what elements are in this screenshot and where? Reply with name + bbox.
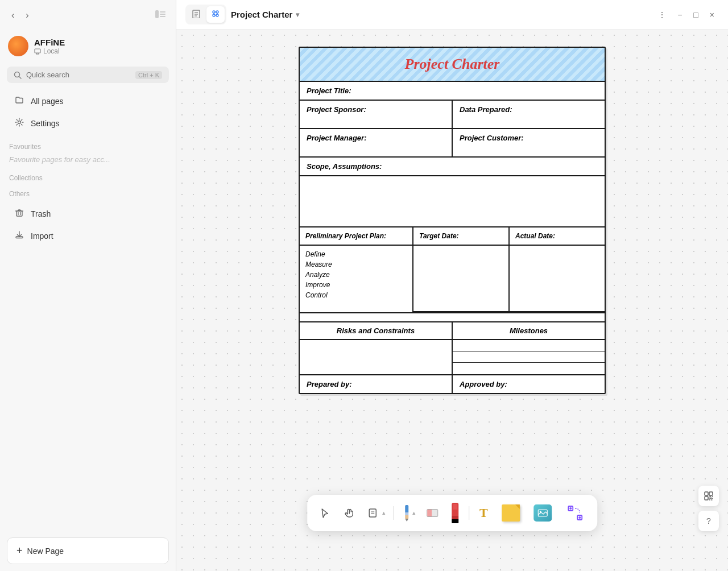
target-date-header: Target Date: bbox=[413, 227, 510, 245]
eraser-tool-button[interactable] bbox=[423, 506, 441, 520]
right-panel: ? bbox=[698, 486, 719, 531]
actual-dates-body bbox=[510, 246, 605, 311]
svg-point-37 bbox=[578, 516, 581, 519]
text-tool-button[interactable]: T bbox=[476, 503, 491, 523]
favourites-hint: Favourite pages for easy acc... bbox=[0, 153, 176, 168]
plan-item-measure: Measure bbox=[305, 260, 407, 268]
import-label: Import bbox=[31, 231, 53, 241]
charter-title: Project Charter bbox=[405, 56, 500, 72]
favourites-section-label: Favourites bbox=[0, 137, 176, 153]
svg-line-9 bbox=[19, 76, 22, 78]
more-options-button[interactable]: ⋮ bbox=[653, 7, 671, 23]
shape-tool-button[interactable] bbox=[530, 501, 555, 525]
plan-item-define: Define bbox=[305, 250, 407, 258]
svg-point-21 bbox=[213, 11, 215, 13]
collections-section-label: Collections bbox=[0, 168, 176, 184]
target-dates-body bbox=[413, 246, 510, 311]
help-button[interactable]: ? bbox=[698, 511, 719, 531]
svg-rect-1 bbox=[160, 11, 166, 13]
sidebar: ‹ › AFFiNE Local bbox=[0, 0, 176, 571]
select-tool-button[interactable] bbox=[316, 504, 333, 522]
brand-workspace: Local bbox=[34, 47, 65, 55]
pen-tool-expand-icon[interactable]: ▲ bbox=[411, 510, 416, 516]
svg-rect-29 bbox=[369, 509, 376, 517]
page-tool-expand-icon[interactable]: ▲ bbox=[381, 510, 386, 516]
risks-milestones-header: Risks and Constraints Milestones bbox=[300, 322, 605, 340]
all-pages-label: All pages bbox=[31, 97, 64, 106]
sidebar-footer: + New Page bbox=[0, 531, 176, 571]
svg-rect-40 bbox=[705, 496, 708, 500]
trash-label: Trash bbox=[31, 209, 51, 218]
folder-icon bbox=[14, 96, 25, 107]
plan-dates-section: Target Date: Actual Date: bbox=[413, 227, 605, 312]
settings-label: Settings bbox=[31, 119, 60, 128]
svg-rect-3 bbox=[160, 16, 166, 17]
minimize-button[interactable]: − bbox=[673, 7, 686, 23]
marker-tool-button[interactable] bbox=[448, 499, 462, 527]
risks-body bbox=[300, 340, 453, 374]
import-icon bbox=[14, 230, 25, 242]
plan-left-header: Preliminary Project Plan: bbox=[300, 227, 412, 246]
svg-point-36 bbox=[569, 507, 572, 510]
milestone-line-1 bbox=[453, 340, 605, 351]
canvas-area[interactable]: Project Charter Project Title: Project S… bbox=[176, 30, 728, 571]
title-chevron-icon: ▾ bbox=[296, 11, 299, 19]
sidebar-navigation: All pages Settings bbox=[0, 88, 176, 137]
search-input[interactable] bbox=[26, 71, 131, 79]
grid-add-button[interactable] bbox=[698, 486, 719, 506]
manager-row: Project Manager: Project Customer: bbox=[300, 129, 605, 158]
sidebar-item-trash[interactable]: Trash bbox=[5, 203, 171, 225]
brand-section[interactable]: AFFiNE Local bbox=[0, 30, 176, 62]
doc-view-tab[interactable] bbox=[187, 6, 205, 23]
titlebar-title[interactable]: Project Charter ▾ bbox=[231, 10, 299, 19]
maximize-button[interactable]: □ bbox=[689, 7, 702, 23]
page-tool-button[interactable] bbox=[364, 504, 381, 522]
close-button[interactable]: × bbox=[705, 7, 719, 23]
pen-tool-group: ▲ bbox=[400, 499, 416, 527]
nav-back-button[interactable]: ‹ bbox=[8, 9, 18, 22]
new-page-button[interactable]: + New Page bbox=[7, 537, 169, 564]
page-title-text: Project Charter bbox=[231, 10, 292, 19]
sticky-note-tool-button[interactable] bbox=[498, 501, 523, 525]
project-sponsor-cell: Project Sponsor: bbox=[300, 101, 453, 128]
sidebar-item-settings[interactable]: Settings bbox=[5, 113, 171, 134]
project-title-row: Project Title: bbox=[300, 82, 605, 101]
svg-point-24 bbox=[216, 14, 218, 16]
dates-body bbox=[413, 246, 605, 311]
toolbar-divider-2 bbox=[469, 506, 469, 520]
approved-by-cell: Approved by: bbox=[453, 375, 605, 393]
milestones-header-cell: Milestones bbox=[453, 322, 605, 339]
plan-item-improve: Improve bbox=[305, 281, 407, 289]
others-section-label: Others bbox=[0, 184, 176, 200]
project-customer-cell: Project Customer: bbox=[453, 129, 605, 156]
nav-forward-button[interactable]: › bbox=[22, 9, 32, 22]
plan-items-list: Define Measure Analyze Improve Control bbox=[300, 246, 412, 306]
risks-milestones-body bbox=[300, 340, 605, 375]
scope-header-row: Scope, Assumptions: bbox=[300, 158, 605, 176]
plan-item-control: Control bbox=[305, 291, 407, 299]
project-title-label: Project Title: bbox=[307, 86, 351, 95]
charter-header: Project Charter bbox=[300, 48, 605, 82]
sidebar-item-import[interactable]: Import bbox=[5, 225, 171, 247]
prepared-by-cell: Prepared by: bbox=[300, 375, 453, 393]
hand-tool-button[interactable] bbox=[340, 504, 357, 522]
page-tool-group: ▲ bbox=[364, 504, 386, 522]
spacer-row bbox=[300, 313, 605, 322]
plus-icon: + bbox=[16, 545, 23, 557]
plan-section: Preliminary Project Plan: Define Measure… bbox=[300, 227, 605, 313]
main-area: Project Charter ▾ ⋮ − □ × Project Charte… bbox=[176, 0, 728, 571]
svg-point-23 bbox=[213, 14, 215, 16]
svg-rect-0 bbox=[155, 10, 159, 18]
new-page-label: New Page bbox=[27, 547, 64, 556]
connector-tool-button[interactable] bbox=[562, 500, 588, 526]
quick-search-bar[interactable]: Ctrl + K bbox=[7, 67, 169, 83]
canvas-view-tab[interactable] bbox=[206, 6, 225, 23]
sidebar-item-all-pages[interactable]: All pages bbox=[5, 90, 171, 112]
question-mark-icon: ? bbox=[706, 516, 711, 526]
brand-logo bbox=[8, 36, 28, 56]
plan-left-col: Preliminary Project Plan: Define Measure… bbox=[300, 227, 413, 312]
dates-header: Target Date: Actual Date: bbox=[413, 227, 605, 246]
scope-body bbox=[300, 176, 605, 227]
monitor-icon bbox=[34, 48, 41, 55]
sidebar-toggle-button[interactable] bbox=[153, 7, 168, 23]
